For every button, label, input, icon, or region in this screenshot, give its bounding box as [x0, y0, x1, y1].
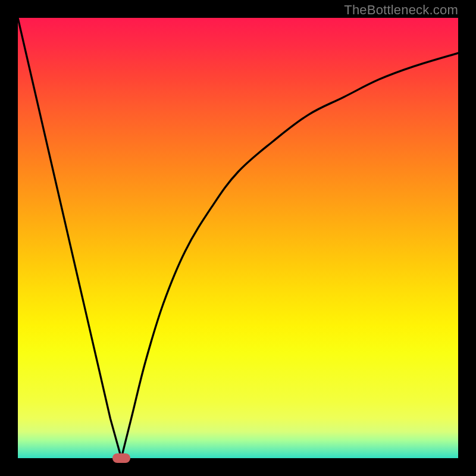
chart-frame: TheBottleneck.com [0, 0, 476, 476]
plot-area [18, 18, 458, 458]
curve-left-branch [18, 18, 121, 458]
attribution-text: TheBottleneck.com [344, 2, 458, 18]
curve-right-branch [121, 53, 458, 458]
minimum-marker [112, 453, 130, 463]
bottleneck-curve [18, 18, 458, 458]
